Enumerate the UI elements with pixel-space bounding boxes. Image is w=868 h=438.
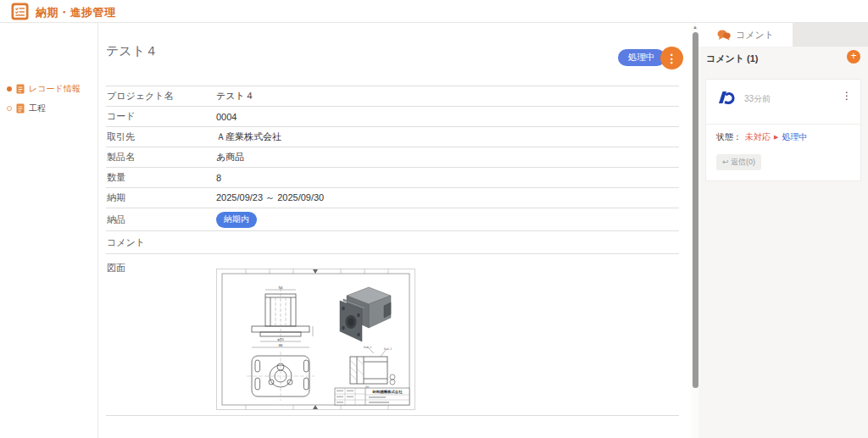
app-title: 納期・進捗管理 <box>36 5 116 20</box>
field-row-delivery: 納品 納期内 <box>106 208 679 230</box>
field-row-project-name: プロジェクト名 テスト４ <box>106 86 679 106</box>
record-detail-panel: テスト４ 処理中 ⋮ プロジェクト名 テスト４ コード 0004 取引先 Ａ産業… <box>98 23 692 438</box>
document-icon <box>16 84 25 94</box>
field-row-due-date: 納期 2025/09/23 ～ 2025/09/30 <box>106 187 679 208</box>
tabbar-empty-area <box>793 23 868 47</box>
field-row-drawing: 図面 <box>106 253 679 415</box>
field-label: 図面 <box>106 254 216 274</box>
dim-text: Ra6.3 <box>364 346 371 349</box>
add-comment-button[interactable]: + <box>847 50 860 64</box>
delivery-status-badge: 納期内 <box>216 212 257 228</box>
comment-reply-row: ↩ 返信(0) <box>706 150 860 180</box>
comment-item: 33分前 ⋮ 状態： 未対応 ▶ 処理中 ↩ 返信(0) <box>705 79 861 181</box>
field-label: 納品 <box>106 213 216 226</box>
comment-timestamp: 33分前 <box>744 93 771 105</box>
field-label: 取引先 <box>106 130 216 143</box>
sidebar-item-record-info[interactable]: レコード情報 <box>7 83 81 95</box>
record-title: テスト４ <box>106 43 158 59</box>
field-row-code: コード 0004 <box>106 106 679 126</box>
status-label: 状態： <box>716 131 742 143</box>
status-arrow-icon: ▶ <box>774 134 778 141</box>
dim-text: φ70 <box>277 337 284 341</box>
process-status-badge[interactable]: 処理中 <box>618 49 665 66</box>
field-label: コメント <box>106 236 216 249</box>
record-menu-button[interactable]: ⋮ <box>660 47 683 69</box>
sidebar-item-process[interactable]: 工程 <box>7 103 46 114</box>
comment-menu-button[interactable]: ⋮ <box>842 90 852 102</box>
field-row-comment: コメント <box>106 230 679 253</box>
document-icon <box>16 103 25 114</box>
field-label: コード <box>106 110 216 123</box>
technical-drawing: 58 φ70 88 <box>216 269 415 410</box>
reply-button[interactable]: ↩ 返信(0) <box>716 154 761 170</box>
reply-arrow-icon: ↩ <box>722 158 729 166</box>
app-checklist-icon[interactable] <box>11 3 29 20</box>
status-from: 未対応 <box>745 131 771 143</box>
plus-icon: + <box>850 50 856 62</box>
field-row-client: 取引先 Ａ産業株式会社 <box>106 126 679 147</box>
commenter-avatar-logo <box>716 91 736 104</box>
field-value: 0004 <box>216 112 236 122</box>
app-screen: 納期・進捗管理 レコード情報 工程 テスト４ 処理中 <box>0 0 868 438</box>
field-label: プロジェクト名 <box>106 90 216 103</box>
comment-header: 33分前 ⋮ <box>706 80 860 124</box>
field-value: あ商品 <box>216 151 244 164</box>
dim-text: 58 <box>278 286 283 290</box>
sidebar-item-label: 工程 <box>29 103 46 114</box>
reply-label: 返信(0) <box>731 158 755 166</box>
drawing-attachment[interactable]: 58 φ70 88 <box>216 269 415 413</box>
field-value: Ａ産業株式会社 <box>216 130 281 143</box>
dim-text: Ra6.3 <box>384 347 392 351</box>
left-sidebar: レコード情報 工程 <box>0 23 98 438</box>
dim-text: 88 <box>278 343 283 347</box>
comments-panel: コメント コメント (1) + 33分前 ⋮ 状態： 未対応 ▶ 処理中 ↩ 返… <box>698 23 868 438</box>
sidebar-item-label: レコード情報 <box>29 83 81 95</box>
kebab-icon: ⋮ <box>666 52 678 65</box>
comments-count-header: コメント (1) <box>706 53 759 65</box>
field-row-product: 製品名 あ商品 <box>106 147 679 167</box>
status-to-link[interactable]: 処理中 <box>782 131 807 143</box>
kebab-icon: ⋮ <box>842 90 852 102</box>
field-row-quantity: 数量 8 <box>106 167 679 187</box>
top-bar: 納期・進捗管理 <box>0 0 868 23</box>
tab-comments-label: コメント <box>736 29 774 42</box>
field-label: 製品名 <box>106 151 216 164</box>
field-value: 8 <box>216 173 221 183</box>
record-field-table: プロジェクト名 テスト４ コード 0004 取引先 Ａ産業株式会社 製品名 あ商… <box>106 86 679 416</box>
field-value: 2025/09/23 ～ 2025/09/30 <box>216 191 324 204</box>
field-label: 納期 <box>106 191 216 204</box>
comment-status-row: 状態： 未対応 ▶ 処理中 <box>706 124 860 150</box>
active-dot-icon <box>7 86 12 91</box>
scrollbar-up-arrow-icon[interactable]: ▲ <box>692 25 698 30</box>
chat-bubbles-icon <box>717 30 731 41</box>
field-value: テスト４ <box>216 90 254 103</box>
tab-comments[interactable]: コメント <box>698 23 793 47</box>
scrollbar-thumb[interactable] <box>693 32 698 388</box>
inactive-dot-icon <box>7 106 12 111</box>
field-label: 数量 <box>106 171 216 184</box>
